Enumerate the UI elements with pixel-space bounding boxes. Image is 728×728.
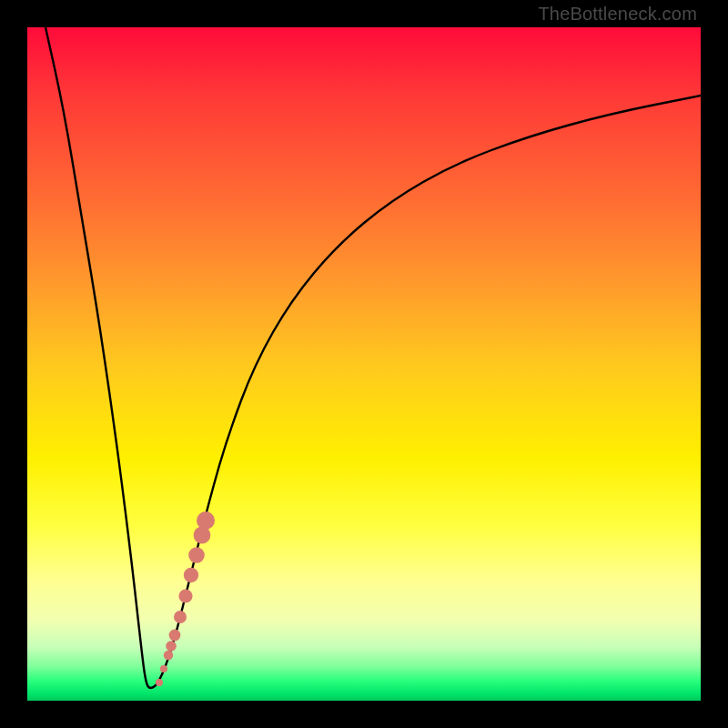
- plot-area: [27, 27, 701, 701]
- chart-frame: TheBottleneck.com: [0, 0, 728, 728]
- highlight-dot: [188, 547, 205, 563]
- highlight-dot: [169, 630, 181, 642]
- watermark-text: TheBottleneck.com: [538, 4, 697, 25]
- bottleneck-curve: [46, 27, 701, 688]
- highlight-dot: [164, 651, 173, 660]
- highlight-dot: [174, 611, 187, 623]
- curve-layer: [27, 27, 701, 701]
- highlight-markers: [156, 511, 215, 686]
- highlight-dot: [178, 589, 192, 602]
- highlight-dot: [166, 641, 177, 652]
- highlight-dot: [160, 665, 167, 672]
- highlight-dot: [184, 568, 198, 582]
- highlight-dot: [156, 679, 163, 686]
- highlight-dot: [197, 511, 215, 530]
